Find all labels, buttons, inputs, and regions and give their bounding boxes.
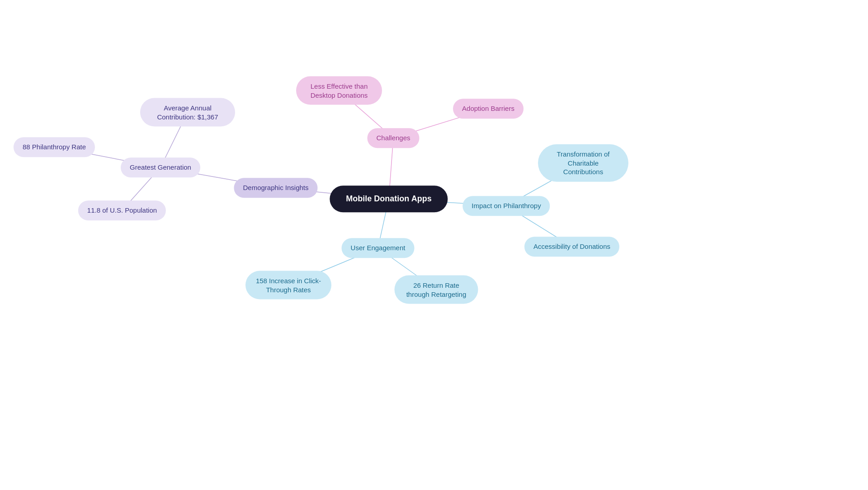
avg-annual-contribution-node[interactable]: Average Annual Contribution: $1,367 [140, 98, 235, 127]
demographic-insights-node[interactable]: Demographic Insights [234, 178, 317, 198]
click-through-label: 158 Increase in Click-Through Rates [255, 276, 322, 294]
accessibility-label: Accessibility of Donations [533, 242, 610, 251]
philanthropy-rate-label: 88 Philanthropy Rate [23, 143, 86, 152]
less-effective-label: Less Effective than Desktop Donations [305, 82, 373, 100]
adoption-barriers-label: Adoption Barriers [462, 104, 514, 113]
us-population-node[interactable]: 11.8 of U.S. Population [78, 200, 166, 220]
center-label: Mobile Donation Apps [346, 194, 431, 204]
avg-annual-contribution-label: Average Annual Contribution: $1,367 [149, 104, 226, 121]
accessibility-node[interactable]: Accessibility of Donations [524, 237, 619, 257]
transformation-node[interactable]: Transformation of Charitable Contributio… [538, 144, 628, 182]
user-engagement-label: User Engagement [351, 243, 406, 252]
impact-philanthropy-node[interactable]: Impact on Philanthropy [462, 196, 550, 216]
connections-svg [0, 0, 868, 490]
click-through-node[interactable]: 158 Increase in Click-Through Rates [245, 271, 331, 300]
greatest-generation-node[interactable]: Greatest Generation [121, 157, 200, 177]
impact-philanthropy-label: Impact on Philanthropy [472, 201, 541, 210]
philanthropy-rate-node[interactable]: 88 Philanthropy Rate [14, 137, 95, 157]
challenges-label: Challenges [376, 133, 410, 143]
challenges-node[interactable]: Challenges [367, 128, 419, 148]
greatest-generation-label: Greatest Generation [130, 163, 191, 172]
demographic-insights-label: Demographic Insights [243, 183, 308, 192]
return-rate-label: 26 Return Rate through Retargeting [404, 281, 469, 299]
adoption-barriers-node[interactable]: Adoption Barriers [453, 99, 524, 119]
center-node[interactable]: Mobile Donation Apps [330, 186, 448, 212]
mind-map-container: Mobile Donation Apps Demographic Insight… [0, 0, 868, 490]
less-effective-node[interactable]: Less Effective than Desktop Donations [296, 76, 382, 105]
transformation-label: Transformation of Charitable Contributio… [547, 150, 619, 176]
return-rate-node[interactable]: 26 Return Rate through Retargeting [395, 276, 478, 304]
us-population-label: 11.8 of U.S. Population [87, 206, 157, 215]
user-engagement-node[interactable]: User Engagement [342, 238, 415, 258]
